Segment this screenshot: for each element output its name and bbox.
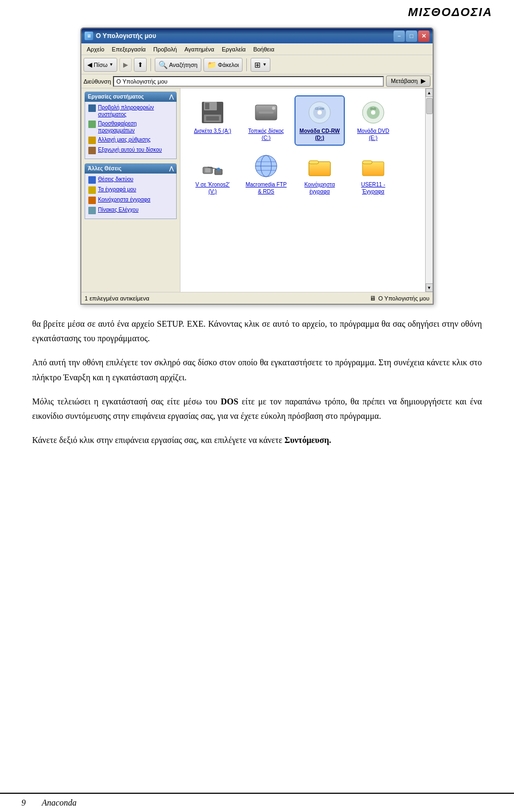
dos-text: DOS (221, 397, 238, 406)
syntomeysi-text: Συντόμευση. (284, 435, 331, 445)
dvd-e[interactable]: DVD Μονάδα DVD (E:) (349, 96, 397, 145)
view-info-link[interactable]: Προβολή πληροφοριών συστήματος (88, 104, 173, 118)
eject-icon (88, 147, 96, 154)
svg-point-8 (272, 107, 275, 110)
toolbar-separator (150, 58, 151, 71)
back-arrow-icon: ◀ (87, 61, 92, 69)
window-body: Εργασίες συστήματος ⋀ Προβολή πληροφοριώ… (81, 88, 433, 292)
control-panel-label: Πίνακας Ελέγχου (98, 206, 139, 213)
paragraph-3: Μόλις τελειώσει η εγκατάστασή σας είτε μ… (32, 394, 482, 423)
footer-title: Anaconda (42, 798, 77, 808)
scrollbar-down-button[interactable]: ▼ (426, 283, 433, 292)
floppy-label: Δισκέτα 3,5 (Α:) (192, 127, 233, 134)
toolbar: ◀ Πίσω ▼ ▶ ⬆ 🔍 Αναζήτηση 📁 Φάκελοι ⊞ (81, 55, 433, 74)
search-button[interactable]: 🔍 Αναζήτηση (155, 58, 201, 72)
address-value: Ο Υπολογιστής μου (116, 78, 168, 85)
forward-button[interactable]: ▶ (119, 58, 132, 72)
menu-edit[interactable]: Επεξεργασία (109, 45, 149, 54)
page-title: ΜΙΣΘΟΔΟΣΙΑ (408, 5, 493, 19)
hdd-c-icon (253, 100, 279, 125)
page-number: 9 (21, 798, 26, 808)
other-places-body: Θέσεις δικτύου Τα έγγραφά μου Κοινόχρηστ… (85, 174, 177, 219)
address-input[interactable]: Ο Υπολογιστής μου (113, 76, 384, 87)
network-label: Θέσεις δικτύου (98, 176, 133, 183)
scrollbar-up-button[interactable]: ▲ (426, 88, 433, 97)
cd-rw-d[interactable]: CD-RW Μονάδα CD-RW (D:) (296, 96, 344, 145)
add-remove-icon (88, 121, 96, 128)
shared-docs-link[interactable]: Κοινόχρηστα έγγραφα (88, 196, 173, 204)
menu-tools[interactable]: Εργαλεία (218, 45, 249, 54)
svg-text:DVD: DVD (371, 107, 376, 110)
folders-button[interactable]: 📁 Φάκελοι (203, 58, 243, 72)
scrollbar-thumb[interactable] (426, 98, 433, 114)
local-disk-c[interactable]: Τοπικός δίσκος (C:) (242, 96, 290, 145)
menu-view[interactable]: Προβολή (150, 45, 180, 54)
system-tasks-chevron-icon[interactable]: ⋀ (169, 94, 173, 100)
dvd-icon: DVD (360, 100, 386, 125)
eject-disk-link[interactable]: Εξαγωγή αυτού του δίσκου (88, 146, 173, 154)
window-controls[interactable]: − □ ✕ (394, 31, 429, 42)
minimize-button[interactable]: − (394, 31, 405, 42)
view-info-label: Προβολή πληροφοριών συστήματος (98, 104, 173, 118)
go-button[interactable]: Μετάβαση ▶ (386, 76, 430, 87)
system-tasks-header: Εργασίες συστήματος ⋀ (85, 92, 177, 102)
network-v-label: V σε 'Kronos2' (V:) (192, 181, 233, 195)
menu-help[interactable]: Βοήθεια (250, 45, 277, 54)
shared-folder[interactable]: Κοινόχρηστα έγγραφα (296, 150, 344, 198)
window-title-text: Ο Υπολογιστής μου (96, 32, 156, 40)
back-button[interactable]: ◀ Πίσω ▼ (84, 58, 117, 72)
change-setting-label: Αλλαγή μιας ρύθμισης (98, 136, 150, 143)
go-icon: ▶ (421, 77, 426, 85)
network-icon (88, 176, 96, 184)
ftp-label: Macromedia FTP & RDS (245, 181, 287, 195)
my-computer-icon: 🖥 (369, 295, 376, 302)
back-dropdown-icon: ▼ (109, 62, 114, 67)
floppy-icon (200, 100, 225, 125)
eject-disk-label: Εξαγωγή αυτού του δίσκου (98, 146, 162, 153)
svg-rect-32 (362, 161, 372, 164)
network-v[interactable]: V σε 'Kronos2' (V:) (188, 150, 237, 198)
page-footer: 9 Anaconda (0, 793, 514, 812)
up-button[interactable]: ⬆ (134, 58, 147, 72)
shared-docs-icon (88, 197, 96, 204)
close-button[interactable]: ✕ (418, 31, 429, 42)
system-tasks-section: Εργασίες συστήματος ⋀ Προβολή πληροφοριώ… (85, 92, 177, 159)
user-folder-icon (360, 153, 386, 179)
paragraph-3-pre: Μόλις τελειώσει η εγκατάστασή σας είτε μ… (32, 397, 221, 406)
view-button[interactable]: ⊞ ▼ (251, 58, 270, 72)
paragraph-4: Κάνετε δεξιό κλικ στην επιφάνεια εργασία… (32, 433, 482, 447)
add-remove-link[interactable]: Προσθαφαίρεση προγραμμάτων (88, 120, 173, 134)
go-label: Μετάβαση (391, 78, 418, 84)
change-setting-link[interactable]: Αλλαγή μιας ρύθμισης (88, 136, 173, 144)
maximize-button[interactable]: □ (406, 31, 417, 42)
other-places-chevron-icon[interactable]: ⋀ (169, 166, 173, 171)
ftp-icon (253, 153, 279, 179)
my-docs-icon (88, 186, 96, 194)
search-label: Αναζήτηση (169, 62, 198, 68)
my-docs-label: Τα έγγραφά μου (98, 186, 136, 193)
up-icon: ⬆ (138, 61, 143, 69)
other-places-label: Άλλες Θέσεις (88, 166, 122, 171)
statusbar-left: 1 επιλεγμένα αντικείμενα (85, 295, 149, 302)
ftp-drive[interactable]: Macromedia FTP & RDS (242, 150, 290, 198)
menu-file[interactable]: Αρχείο (84, 45, 108, 54)
scrollbar[interactable]: ▲ ▼ (425, 88, 433, 292)
addressbar: Διεύθυνση Ο Υπολογιστής μου Μετάβαση ▶ (81, 74, 433, 88)
svg-point-11 (318, 110, 322, 115)
titlebar-left: 🖥 Ο Υπολογιστής μου (85, 32, 156, 40)
floppy-drive[interactable]: Δισκέτα 3,5 (Α:) (188, 96, 237, 145)
network-link[interactable]: Θέσεις δικτύου (88, 176, 173, 184)
system-tasks-body: Προβολή πληροφοριών συστήματος Προσθαφαί… (85, 102, 177, 159)
menu-favorites[interactable]: Αγαπημένα (181, 45, 217, 54)
control-panel-link[interactable]: Πίνακας Ελέγχου (88, 206, 173, 214)
system-tasks-label: Εργασίες συστήματος (88, 94, 144, 100)
my-docs-link[interactable]: Τα έγγραφά μου (88, 186, 173, 194)
statusbar: 1 επιλεγμένα αντικείμενα 🖥 Ο Υπολογιστής… (81, 292, 433, 304)
drives-area: Δισκέτα 3,5 (Α:) (180, 88, 425, 292)
monitor-icon (88, 104, 96, 112)
paragraph-4-pre: Κάνετε δεξιό κλικ στην επιφάνεια εργασία… (32, 435, 284, 445)
user-folder[interactable]: USER11 - Έγγραφα (349, 150, 397, 198)
svg-text:CD-RW: CD-RW (315, 107, 324, 110)
hdd-c-label: Τοπικός δίσκος (C:) (245, 127, 287, 141)
folders-label: Φάκελοι (218, 62, 239, 68)
